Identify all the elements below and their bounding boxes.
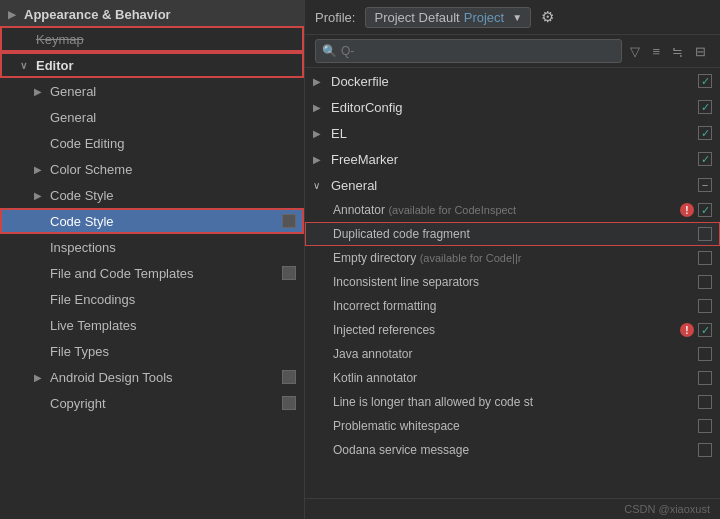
profile-label: Profile: — [315, 10, 355, 25]
item-checkbox[interactable] — [698, 419, 712, 433]
sidebar-item-label: File Encodings — [50, 292, 296, 307]
profile-value: Project Default — [374, 10, 459, 25]
item-checkbox[interactable] — [698, 395, 712, 409]
group-checkbox[interactable] — [698, 126, 712, 140]
inspections-icon — [282, 214, 296, 228]
sidebar-item-label: General — [50, 84, 296, 99]
item-checkbox[interactable] — [698, 203, 712, 217]
item-checkbox[interactable] — [698, 251, 712, 265]
sidebar-item-label: Live Templates — [50, 318, 296, 333]
item-checkbox[interactable] — [698, 275, 712, 289]
group-freemarker[interactable]: ▶ FreeMarker — [305, 146, 720, 172]
group-checkbox[interactable] — [698, 74, 712, 88]
profile-header: Profile: Project Default Project ▼ ⚙ — [305, 0, 720, 35]
error-badge: ! — [680, 203, 694, 217]
sidebar-item-label: Editor — [36, 58, 296, 73]
expand-arrow: ▶ — [34, 190, 48, 201]
settings-tree: ▶ Appearance & Behavior Keymap ∨ Editor … — [0, 0, 305, 519]
group-checkbox[interactable] — [698, 152, 712, 166]
item-checkbox[interactable] — [698, 299, 712, 313]
collapse-all-icon[interactable]: ≒ — [668, 42, 687, 61]
item-label: Oodana service message — [333, 443, 698, 457]
group-label: EL — [331, 126, 698, 141]
settings-icon[interactable]: ⊟ — [691, 42, 710, 61]
sidebar-item-label: General — [50, 110, 296, 125]
search-input[interactable] — [341, 44, 615, 58]
inspections-panel: Profile: Project Default Project ▼ ⚙ 🔍 ▽… — [305, 0, 720, 519]
expand-arrow: ∨ — [20, 60, 34, 71]
error-badge: ! — [680, 323, 694, 337]
sidebar-item-general[interactable]: ▶ General — [0, 78, 304, 104]
item-checkbox[interactable] — [698, 227, 712, 241]
item-annotator[interactable]: Annotator (available for CodeInspect ! — [305, 198, 720, 222]
expand-arrow: ▶ — [34, 164, 48, 175]
item-empty-directory[interactable]: Empty directory (available for Code||r — [305, 246, 720, 270]
item-checkbox[interactable] — [698, 323, 712, 337]
sidebar-item-code-editing[interactable]: General — [0, 104, 304, 130]
item-label: Empty directory (available for Code||r — [333, 251, 698, 265]
sidebar-item-label: Inspections — [50, 240, 296, 255]
sidebar-item-android-design-tools[interactable]: File Types — [0, 338, 304, 364]
inspection-toolbar: 🔍 ▽ ≡ ≒ ⊟ — [305, 35, 720, 68]
copyright-icon — [282, 370, 296, 384]
item-line-too-long[interactable]: Line is longer than allowed by code st — [305, 390, 720, 414]
sidebar-item-file-code-templates[interactable]: Inspections — [0, 234, 304, 260]
item-duplicated-code[interactable]: Duplicated code fragment — [305, 222, 720, 246]
expand-arrow: ▶ — [34, 86, 48, 97]
chevron-down-icon: ▼ — [512, 12, 522, 23]
sidebar-item-font[interactable]: Code Editing — [0, 130, 304, 156]
item-checkbox[interactable] — [698, 347, 712, 361]
sidebar-item-file-types[interactable]: Live Templates — [0, 312, 304, 338]
group-el[interactable]: ▶ EL — [305, 120, 720, 146]
inlay-hints-icon — [282, 396, 296, 410]
sidebar-item-label: File Types — [50, 344, 296, 359]
item-checkbox[interactable] — [698, 371, 712, 385]
sidebar-item-color-scheme[interactable]: ▶ Color Scheme — [0, 156, 304, 182]
group-checkbox[interactable] — [698, 178, 712, 192]
sidebar-item-label: Code Style — [50, 188, 296, 203]
sidebar-item-label: Code Editing — [50, 136, 296, 151]
expand-arrow: ▶ — [34, 372, 48, 383]
group-checkbox[interactable] — [698, 100, 712, 114]
item-incorrect-formatting[interactable]: Incorrect formatting — [305, 294, 720, 318]
sidebar-item-label: Keymap — [36, 32, 296, 47]
group-dockerfile[interactable]: ▶ Dockerfile — [305, 68, 720, 94]
sidebar-item-label: File and Code Templates — [50, 266, 278, 281]
sidebar-item-live-templates[interactable]: File Encodings — [0, 286, 304, 312]
item-inconsistent-line[interactable]: Inconsistent line separators — [305, 270, 720, 294]
item-injected-references[interactable]: Injected references ! — [305, 318, 720, 342]
bottom-label: CSDN @xiaoxust — [624, 503, 710, 515]
item-oodana-service[interactable]: Oodana service message — [305, 438, 720, 462]
item-label: Annotator (available for CodeInspect — [333, 203, 680, 217]
sidebar-item-editor[interactable]: ∨ Editor — [0, 52, 304, 78]
item-label: Java annotator — [333, 347, 698, 361]
item-problematic-whitespace[interactable]: Problematic whitespace — [305, 414, 720, 438]
profile-sub: Project — [464, 10, 504, 25]
sidebar-item-keymap[interactable]: Keymap — [0, 26, 304, 52]
filter-icon[interactable]: ▽ — [626, 42, 644, 61]
sidebar-item-appearance[interactable]: ▶ Appearance & Behavior — [0, 0, 304, 26]
sidebar-item-copyright[interactable]: ▶ Android Design Tools — [0, 364, 304, 390]
expand-all-icon[interactable]: ≡ — [648, 42, 664, 61]
expand-arrow: ▶ — [313, 76, 327, 87]
profile-dropdown[interactable]: Project Default Project ▼ — [365, 7, 531, 28]
expand-arrow: ▶ — [8, 9, 22, 20]
item-kotlin-annotator[interactable]: Kotlin annotator — [305, 366, 720, 390]
gear-button[interactable]: ⚙ — [537, 6, 558, 28]
group-label: Dockerfile — [331, 74, 698, 89]
sidebar-item-code-style[interactable]: ▶ Code Style — [0, 182, 304, 208]
sidebar-item-inspections[interactable]: Code Style — [0, 208, 304, 234]
item-checkbox[interactable] — [698, 443, 712, 457]
group-general[interactable]: ∨ General — [305, 172, 720, 198]
group-label: EditorConfig — [331, 100, 698, 115]
sidebar-item-inlay-hints[interactable]: Copyright — [0, 390, 304, 416]
search-icon: 🔍 — [322, 44, 337, 58]
item-java-annotator[interactable]: Java annotator — [305, 342, 720, 366]
expand-arrow: ▶ — [313, 102, 327, 113]
item-label: Problematic whitespace — [333, 419, 698, 433]
item-label: Incorrect formatting — [333, 299, 698, 313]
group-editorconfig[interactable]: ▶ EditorConfig — [305, 94, 720, 120]
item-label: Line is longer than allowed by code st — [333, 395, 698, 409]
sidebar-item-file-encodings[interactable]: File and Code Templates — [0, 260, 304, 286]
search-box[interactable]: 🔍 — [315, 39, 622, 63]
